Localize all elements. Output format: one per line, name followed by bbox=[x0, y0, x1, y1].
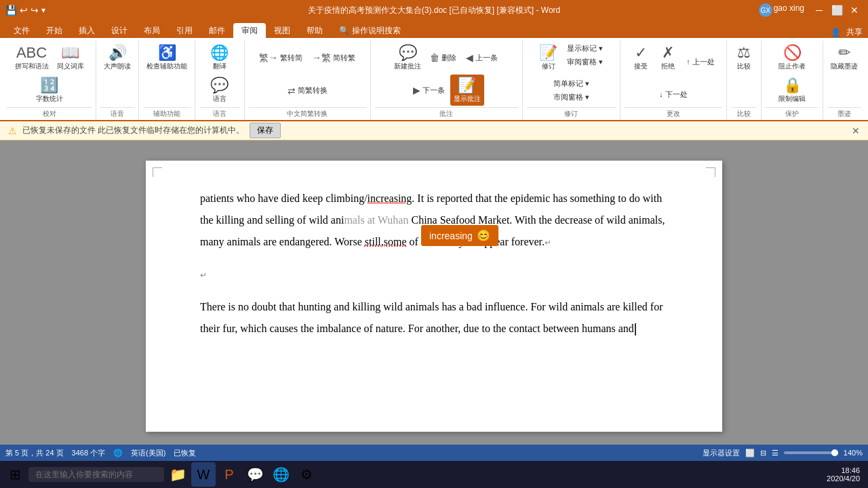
protect-buttons: 🚫 阻止作者 🔒 限制编辑 bbox=[766, 42, 818, 106]
tracking-buttons: 📝 修订 显示标记 ▾ 审阅窗格 ▾ 简单标记 ▾ bbox=[527, 42, 616, 106]
accept-button[interactable]: ✓ 接受 bbox=[628, 42, 654, 83]
start-button[interactable]: ⊞ bbox=[3, 462, 27, 487]
translate-label: 翻译 bbox=[213, 62, 226, 71]
language-status: 英语(美国) bbox=[131, 448, 165, 458]
taskbar-ppt-icon[interactable]: P bbox=[217, 462, 241, 487]
zoom-slider[interactable] bbox=[784, 451, 838, 454]
reviewing-pane-button[interactable]: 审阅窗格 ▾ bbox=[563, 56, 607, 68]
delete-comment-button[interactable]: 🗑 删除 bbox=[426, 42, 460, 73]
word-count-button[interactable]: 🔢 字数统计 bbox=[33, 75, 66, 106]
taskbar-explorer-icon[interactable]: 📁 bbox=[165, 462, 190, 487]
underlined-stillsome: still,some bbox=[365, 236, 407, 247]
reject-button[interactable]: ✗ 拒绝 bbox=[655, 42, 681, 83]
block-authors-label: 阻止作者 bbox=[778, 62, 806, 71]
tab-view[interactable]: 视图 bbox=[266, 23, 298, 38]
document-scroll-area[interactable]: patients who have died keep climbing/inc… bbox=[0, 140, 868, 445]
view-icon-read[interactable]: ☰ bbox=[772, 449, 778, 458]
restrict-editing-button[interactable]: 🔒 限制编辑 bbox=[775, 75, 809, 106]
quick-access-toolbar: 💾 ↩ ↪ ▾ bbox=[5, 5, 45, 16]
tab-references[interactable]: 引用 bbox=[168, 23, 201, 38]
show-comments-icon: 📝 bbox=[458, 77, 476, 94]
show-comments-button[interactable]: 📝 显示批注 bbox=[450, 75, 484, 106]
taskbar-browser-icon[interactable]: 🌐 bbox=[269, 462, 293, 487]
show-markup-button[interactable]: 显示标记 ▾ bbox=[563, 42, 607, 55]
delete-icon: 🗑 bbox=[430, 52, 439, 63]
notification-close-button[interactable]: ✕ bbox=[852, 125, 860, 136]
thesaurus-button[interactable]: 📖 同义词库 bbox=[54, 42, 87, 73]
share-label[interactable]: 共享 bbox=[846, 26, 863, 38]
language-button[interactable]: 💬 语言 bbox=[207, 75, 233, 106]
compare-button[interactable]: ⚖ 比较 bbox=[731, 42, 757, 106]
minimize-button[interactable]: ─ bbox=[811, 3, 827, 17]
spelling-grammar-button[interactable]: ABC 拼写和语法 bbox=[12, 42, 52, 73]
compare-buttons: ⚖ 比较 bbox=[731, 42, 757, 106]
ribbon-group-proofreading: ABC 拼写和语法 📖 同义词库 🔢 字数统计 校对 bbox=[3, 41, 96, 120]
track-changes-button[interactable]: 📝 修订 bbox=[536, 42, 561, 76]
translate-button[interactable]: 🌐 翻译 bbox=[207, 42, 233, 73]
new-comment-icon: 💬 bbox=[399, 44, 417, 62]
trad-to-simp-button[interactable]: 繁→ 繁转简 bbox=[255, 42, 307, 74]
speech-group-label: 语音 bbox=[100, 107, 134, 120]
tab-mailings[interactable]: 邮件 bbox=[201, 23, 233, 38]
next-label: 下一条 bbox=[422, 85, 445, 96]
track-changes-icon: 📝 bbox=[539, 44, 557, 62]
titlebar: 💾 ↩ ↪ ▾ 关于疫情的高考预测作文大集合(3).doc [已自动恢复] [兼… bbox=[0, 0, 868, 20]
check-accessibility-button[interactable]: ♿ 检查辅助功能 bbox=[143, 42, 191, 106]
show-markup2-button[interactable]: 市阅窗格 ▾ bbox=[549, 91, 593, 104]
block-authors-button[interactable]: 🚫 阻止作者 bbox=[775, 42, 809, 73]
lang-icon: 🌐 bbox=[113, 449, 123, 458]
ribbon-group-speech: 🔊 大声朗读 语音 bbox=[96, 41, 139, 120]
ribbon-group-changes: ✓ 接受 ✗ 拒绝 ↑ 上一处 ↓ 下一处 更改 bbox=[620, 41, 727, 120]
user-avatar[interactable]: GX bbox=[759, 3, 772, 17]
save-qa-icon[interactable]: 💾 bbox=[5, 5, 17, 16]
restore-button[interactable]: ⬜ bbox=[829, 3, 845, 17]
redo-icon[interactable]: ↪ bbox=[31, 5, 39, 16]
search-icon: 🔍 bbox=[339, 26, 349, 35]
simp-trad-convert-button[interactable]: ⇄ 简繁转换 bbox=[283, 75, 332, 106]
spelling-tooltip[interactable]: increasing 😊 bbox=[421, 225, 498, 246]
document-text[interactable]: patients who have died keep climbing/inc… bbox=[200, 188, 668, 340]
taskbar-other-icon[interactable]: ⚙ bbox=[294, 462, 319, 487]
close-button[interactable]: ✕ bbox=[846, 3, 863, 17]
next-comment-button[interactable]: ▶ 下一条 bbox=[409, 75, 449, 106]
view-icon-normal[interactable]: ⬜ bbox=[745, 449, 755, 458]
tab-review[interactable]: 审阅 bbox=[233, 23, 266, 38]
simp-trad-label: 简繁转换 bbox=[298, 85, 328, 96]
document-page[interactable]: patients who have died keep climbing/inc… bbox=[146, 161, 722, 432]
new-comment-label: 新建批注 bbox=[394, 62, 421, 71]
tab-design[interactable]: 设计 bbox=[103, 23, 136, 38]
notification-save-button[interactable]: 保存 bbox=[250, 123, 281, 138]
taskbar-wechat-icon[interactable]: 💬 bbox=[243, 462, 267, 487]
simp-to-trad-button[interactable]: →繁 简转繁 bbox=[308, 42, 359, 74]
window-controls: GX gao xing ─ ⬜ ✕ bbox=[759, 3, 863, 17]
taskbar-word-icon[interactable]: W bbox=[191, 462, 216, 487]
undo-icon[interactable]: ↩ bbox=[20, 5, 28, 16]
taskbar-search-input[interactable] bbox=[28, 467, 164, 482]
tab-file[interactable]: 文件 bbox=[5, 23, 38, 38]
word-count-label: 字数统计 bbox=[36, 94, 63, 104]
prev-comment-button[interactable]: ◀ 上一条 bbox=[462, 42, 502, 73]
trad-to-simp-icon: 繁→ bbox=[259, 52, 278, 64]
next-change-button[interactable]: ↓ 下一处 bbox=[655, 84, 692, 106]
prev-change-button[interactable]: ↑ 上一处 bbox=[682, 42, 719, 83]
tab-search[interactable]: 🔍 操作说明搜索 bbox=[331, 23, 409, 38]
tab-home[interactable]: 开始 bbox=[38, 23, 71, 38]
language-group-label: 语言 bbox=[199, 107, 239, 120]
delete-label: 删除 bbox=[441, 53, 456, 63]
protect-group-label: 保护 bbox=[766, 107, 818, 120]
zoom-thumb bbox=[831, 449, 838, 456]
read-aloud-button[interactable]: 🔊 大声朗读 bbox=[100, 42, 134, 106]
new-comment-button[interactable]: 💬 新建批注 bbox=[391, 42, 425, 73]
hide-ink-label: 隐藏墨迹 bbox=[831, 62, 858, 71]
customize-icon[interactable]: ▾ bbox=[41, 5, 45, 15]
tab-layout[interactable]: 布局 bbox=[136, 23, 168, 38]
view-icon-web[interactable]: ⊟ bbox=[760, 449, 766, 458]
simple-markup-button[interactable]: 简单标记 ▾ bbox=[549, 77, 593, 90]
compare-label: 比较 bbox=[737, 62, 751, 71]
underlined-word-increasing: increasing bbox=[368, 192, 412, 204]
hide-ink-button[interactable]: ✏ 隐藏墨迹 bbox=[827, 42, 861, 106]
tab-help[interactable]: 帮助 bbox=[298, 23, 331, 38]
reviewing-pane-label: 审阅窗格 ▾ bbox=[567, 57, 603, 67]
ink-buttons: ✏ 隐藏墨迹 bbox=[827, 42, 861, 106]
tab-insert[interactable]: 插入 bbox=[71, 23, 103, 38]
